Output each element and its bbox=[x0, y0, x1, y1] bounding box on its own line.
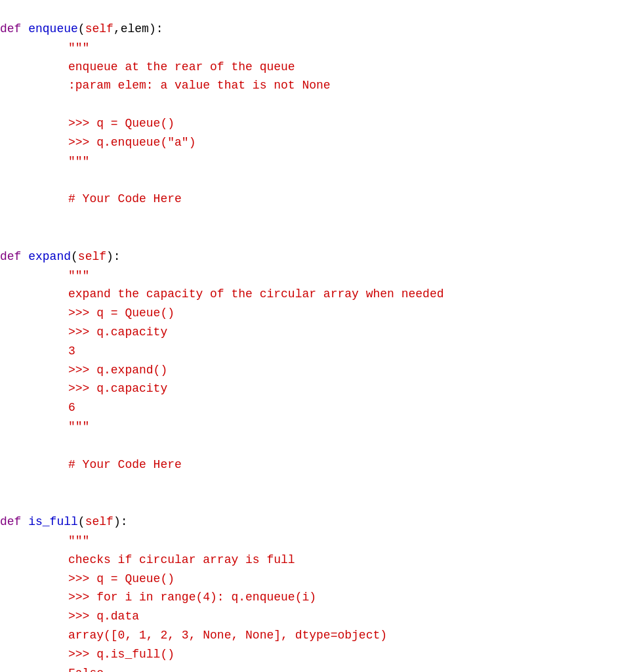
blank-line-1 bbox=[0, 171, 639, 190]
isfull-doc-5: array([0, 1, 2, 3, None, None], dtype=ob… bbox=[0, 626, 639, 645]
def-line-expand: def expand(self): bbox=[0, 247, 639, 266]
func-name-expand: expand bbox=[28, 250, 71, 263]
docstring-close-enqueue: """ bbox=[0, 152, 639, 171]
isfull-doc-6: >>> q.is_full() bbox=[0, 645, 639, 664]
section-expand: def expand(self): """ expand the capacit… bbox=[0, 247, 639, 474]
comment-enqueue: # Your Code Here bbox=[0, 190, 639, 209]
expand-doc-3: >>> q.capacity bbox=[0, 323, 639, 342]
param-elem: elem bbox=[121, 22, 149, 35]
def-keyword-3: def bbox=[0, 515, 28, 528]
func-name-is-full: is_full bbox=[28, 515, 78, 528]
code-editor: def enqueue(self,elem): """ enqueue at t… bbox=[0, 13, 639, 672]
isfull-doc-2: >>> q = Queue() bbox=[0, 570, 639, 589]
docstring-line-3: >>> q = Queue() bbox=[0, 114, 639, 133]
expand-doc-7: 6 bbox=[0, 398, 639, 417]
isfull-doc-7: False bbox=[0, 664, 639, 673]
param-self: self bbox=[85, 22, 113, 35]
isfull-doc-4: >>> q.data bbox=[0, 607, 639, 626]
def-line-enqueue: def enqueue(self,elem): bbox=[0, 20, 639, 39]
expand-doc-4: 3 bbox=[0, 342, 639, 361]
docstring-open-enqueue: """ bbox=[0, 39, 639, 58]
expand-doc-2: >>> q = Queue() bbox=[0, 304, 639, 323]
param-self-expand: self bbox=[78, 250, 106, 263]
docstring-line-4: >>> q.enqueue("a") bbox=[0, 133, 639, 152]
docstring-open-isfull: """ bbox=[0, 532, 639, 551]
isfull-doc-1: checks if circular array is full bbox=[0, 551, 639, 570]
expand-doc-5: >>> q.expand() bbox=[0, 361, 639, 380]
comment-expand: # Your Code Here bbox=[0, 455, 639, 474]
def-line-is-full: def is_full(self): bbox=[0, 513, 639, 532]
docstring-close-expand: """ bbox=[0, 417, 639, 436]
section-is-full: def is_full(self): """ checks if circula… bbox=[0, 513, 639, 672]
docstring-line-1: enqueue at the rear of the queue bbox=[0, 58, 639, 77]
expand-doc-6: >>> q.capacity bbox=[0, 379, 639, 398]
def-keyword: def bbox=[0, 22, 28, 35]
paren-open: ( bbox=[78, 22, 85, 35]
func-name-enqueue: enqueue bbox=[28, 22, 78, 35]
def-keyword-2: def bbox=[0, 250, 28, 263]
docstring-line-2: :param elem: a value that is not None bbox=[0, 76, 639, 95]
param-self-isfull: self bbox=[85, 515, 113, 528]
isfull-doc-3: >>> for i in range(4): q.enqueue(i) bbox=[0, 588, 639, 607]
docstring-blank bbox=[0, 95, 639, 114]
docstring-open-expand: """ bbox=[0, 266, 639, 285]
blank-line-2 bbox=[0, 436, 639, 455]
section-enqueue: def enqueue(self,elem): """ enqueue at t… bbox=[0, 20, 639, 209]
expand-doc-1: expand the capacity of the circular arra… bbox=[0, 285, 639, 304]
